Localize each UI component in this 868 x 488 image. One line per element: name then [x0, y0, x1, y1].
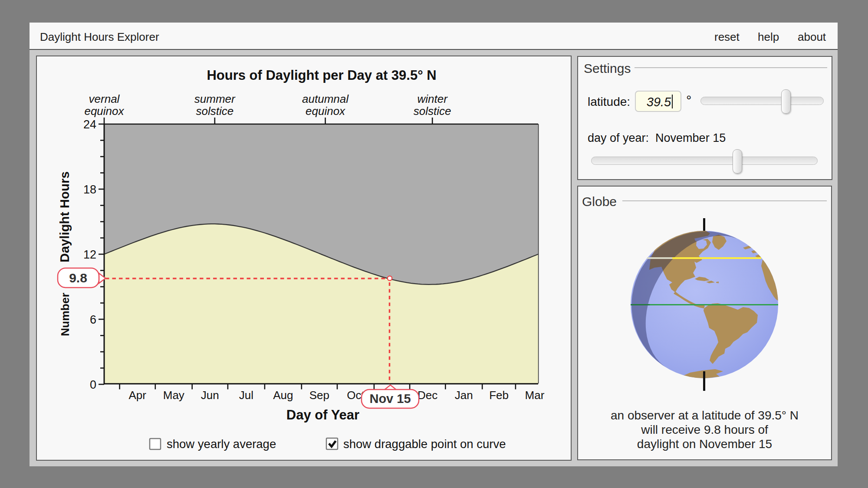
svg-text:0: 0: [90, 378, 96, 391]
svg-text:Day of Year: Day of Year: [286, 407, 359, 422]
svg-text:Nov 15: Nov 15: [369, 392, 411, 406]
svg-text:equinox: equinox: [306, 105, 345, 118]
svg-text:Feb: Feb: [489, 389, 509, 402]
svg-text:show draggable point on curve: show draggable point on curve: [343, 437, 506, 451]
svg-text:24: 24: [83, 118, 96, 131]
svg-text:Dec: Dec: [418, 389, 437, 402]
svg-text:12: 12: [83, 248, 96, 261]
svg-text:solstice: solstice: [196, 105, 233, 118]
svg-text:Apr: Apr: [128, 389, 146, 402]
svg-text:equinox: equinox: [84, 105, 124, 118]
svg-text:Jun: Jun: [201, 389, 219, 402]
svg-text:winter: winter: [418, 92, 448, 105]
svg-text:solstice: solstice: [414, 105, 451, 118]
svg-text:autumnal: autumnal: [302, 92, 349, 105]
svg-text:Hours of Daylight per Day at 3: Hours of Daylight per Day at 39.5° N: [207, 68, 436, 83]
svg-text:Aug: Aug: [273, 389, 293, 402]
svg-text:18: 18: [83, 183, 96, 196]
svg-text:Mar: Mar: [525, 389, 545, 402]
svg-text:show yearly average: show yearly average: [167, 437, 276, 451]
svg-text:Jul: Jul: [239, 389, 253, 402]
svg-text:summer: summer: [194, 92, 236, 105]
svg-text:Number: Number: [59, 293, 72, 336]
svg-text:vernal: vernal: [89, 92, 120, 105]
svg-text:6: 6: [90, 313, 96, 326]
svg-text:Jan: Jan: [455, 389, 473, 402]
svg-text:Daylight Hours: Daylight Hours: [57, 171, 72, 262]
svg-text:9.8: 9.8: [69, 271, 87, 285]
svg-text:Sep: Sep: [309, 389, 329, 402]
svg-text:May: May: [163, 389, 184, 402]
